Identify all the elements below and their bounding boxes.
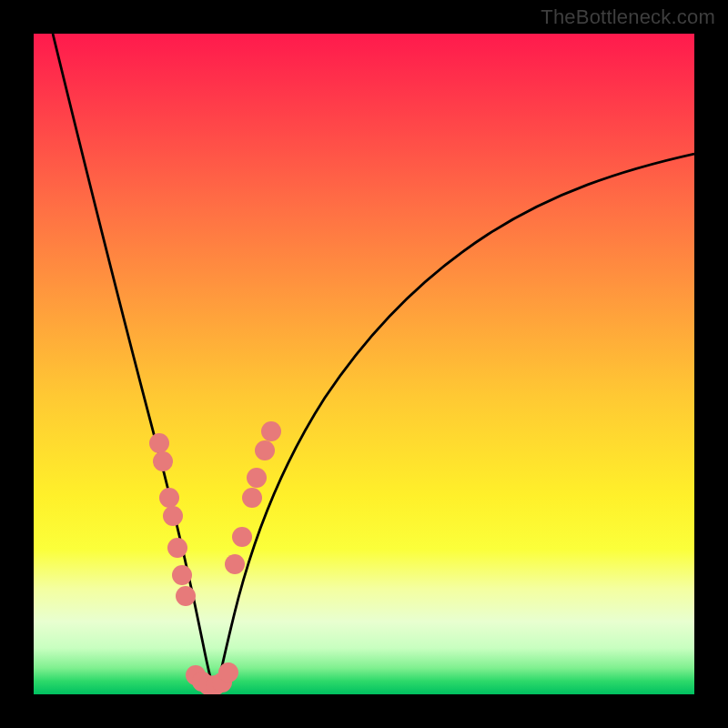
- data-dot: [172, 565, 192, 585]
- data-dot: [176, 586, 196, 606]
- data-dot: [232, 527, 252, 547]
- chart-frame: TheBottleneck.com: [0, 0, 728, 728]
- data-dot: [247, 468, 267, 488]
- plot-area: [34, 34, 694, 694]
- data-dot: [163, 506, 183, 526]
- data-dot: [225, 554, 245, 574]
- data-dot: [255, 440, 275, 460]
- data-dot: [159, 488, 179, 508]
- chart-svg: [34, 34, 694, 694]
- right-curve: [216, 154, 694, 694]
- watermark-text: TheBottleneck.com: [541, 5, 715, 29]
- data-dot: [149, 433, 169, 453]
- data-dot: [218, 662, 238, 682]
- data-dot: [153, 451, 173, 471]
- data-dot: [261, 421, 281, 441]
- data-dot: [242, 488, 262, 508]
- data-dot: [167, 538, 187, 558]
